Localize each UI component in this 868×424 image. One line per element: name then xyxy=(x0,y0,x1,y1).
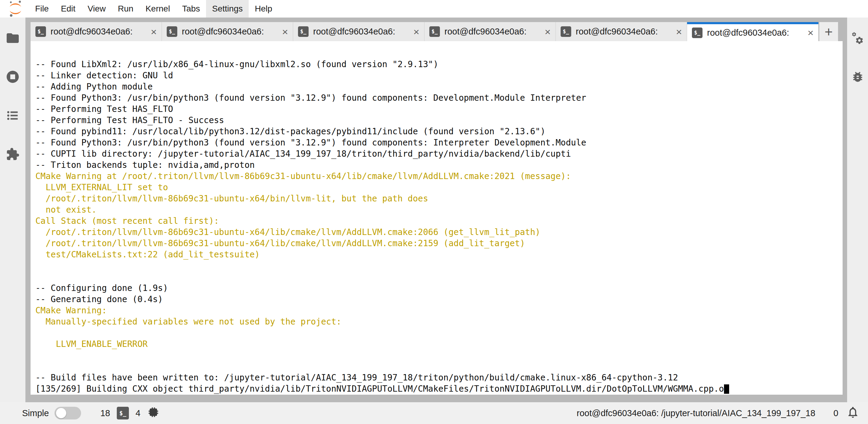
kernel-icon xyxy=(147,406,160,421)
close-icon[interactable]: × xyxy=(673,27,682,37)
terminal-line: -- Performing Test HAS_FLTO - Success xyxy=(35,115,843,126)
terminal-line: -- CUPTI lib directory: /jupyter-tutoria… xyxy=(35,148,843,159)
terminal-line xyxy=(35,327,843,338)
terminal-line: /root/.triton/llvm/llvm-86b69c31-ubuntu-… xyxy=(35,227,843,238)
terminal-line: CMake Warning at /root/.triton/llvm/llvm… xyxy=(35,170,843,182)
terminal-tab-6[interactable]: $_ root@dfc96034e0a6: × xyxy=(687,22,818,41)
terminal-line: /root/.triton/llvm/llvm-86b69c31-ubuntu-… xyxy=(35,238,843,249)
close-icon[interactable]: × xyxy=(279,27,288,37)
terminal-icon: $_ xyxy=(167,26,177,37)
terminal-count[interactable]: 18 xyxy=(100,408,110,418)
terminal-output[interactable]: -- Found LibXml2: /usr/lib/x86_64-linux-… xyxy=(31,41,843,395)
terminal-tab-4[interactable]: $_ root@dfc96034e0a6: × xyxy=(425,22,556,41)
terminal-line: /root/.triton/llvm/llvm-86b69c31-ubuntu-… xyxy=(35,193,843,204)
running-sessions-icon[interactable] xyxy=(5,70,20,84)
tab-bar: $_ root@dfc96034e0a6: × $_ root@dfc96034… xyxy=(31,22,843,41)
menu-item-help[interactable]: Help xyxy=(249,0,278,18)
notification-bell-icon[interactable] xyxy=(846,405,860,421)
menu-item-kernel[interactable]: Kernel xyxy=(140,0,176,18)
new-tab-button[interactable]: + xyxy=(819,22,838,41)
terminal-tab-2[interactable]: $_ root@dfc96034e0a6: × xyxy=(162,22,293,41)
terminal-line xyxy=(35,260,843,271)
terminal-line: Call Stack (most recent call first): xyxy=(35,215,843,227)
menu-item-view[interactable]: View xyxy=(82,0,112,18)
terminal-line: CMake Warning: xyxy=(35,305,843,316)
menu-item-run[interactable]: Run xyxy=(112,0,140,18)
simple-mode-toggle[interactable] xyxy=(55,407,81,420)
menu-item-edit[interactable]: Edit xyxy=(55,0,82,18)
terminal-line xyxy=(35,350,843,361)
debugger-icon[interactable] xyxy=(850,70,865,84)
terminal-tab-1[interactable]: $_ root@dfc96034e0a6: × xyxy=(31,22,162,41)
terminal-icon: $_ xyxy=(35,26,46,37)
tab-label: root@dfc96034e0a6: xyxy=(51,27,132,37)
close-icon[interactable]: × xyxy=(410,27,419,37)
terminal-icon: $_ xyxy=(117,407,129,420)
terminal-line: -- Found LibXml2: /usr/lib/x86_64-linux-… xyxy=(35,59,843,70)
tab-label: root@dfc96034e0a6: xyxy=(182,27,264,37)
extension-manager-icon[interactable] xyxy=(5,147,20,162)
terminal-line: -- Adding Python module xyxy=(35,81,843,92)
interface-mode-label: Simple xyxy=(22,408,49,418)
property-inspector-icon[interactable] xyxy=(850,31,865,46)
notification-count: 0 xyxy=(834,408,838,418)
terminal-icon: $_ xyxy=(429,26,440,37)
close-icon[interactable]: × xyxy=(541,27,551,37)
toggle-knob xyxy=(56,408,66,418)
terminal-line: -- Found Python3: /usr/bin/python3 (foun… xyxy=(35,92,843,103)
terminal-line: -- Configuring done (1.9s) xyxy=(35,283,843,294)
terminal-session-path[interactable]: root@dfc96034e0a6: /jupyter-tutorial/AIA… xyxy=(577,408,815,418)
status-bar: Simple 18 $_ 4 root@dfc96034e0a6: /jupyt… xyxy=(0,402,868,424)
terminal-line: test/CMakeLists.txt:22 (add_lit_testsuit… xyxy=(35,249,843,260)
file-browser-icon[interactable] xyxy=(5,31,20,45)
tab-label: root@dfc96034e0a6: xyxy=(707,28,789,38)
terminal-line xyxy=(35,361,843,372)
terminal-line: -- Found pybind11: /usr/local/lib/python… xyxy=(35,126,843,137)
kernel-count[interactable]: 4 xyxy=(135,408,141,418)
menu-item-tabs[interactable]: Tabs xyxy=(176,0,206,18)
menu-item-settings[interactable]: Settings xyxy=(206,0,249,18)
menu-item-file[interactable]: File xyxy=(29,0,55,18)
terminal-line: Manually-specified variables were not us… xyxy=(35,316,843,327)
terminal-line: -- Generating done (0.4s) xyxy=(35,294,843,305)
terminal-line: [135/269] Building CXX object third_part… xyxy=(35,383,843,394)
terminal-tab-3[interactable]: $_ root@dfc96034e0a6: × xyxy=(293,22,425,41)
tab-label: root@dfc96034e0a6: xyxy=(313,27,395,37)
terminal-icon: $_ xyxy=(692,28,703,38)
terminal-line: LLVM_ENABLE_WERROR xyxy=(35,338,843,350)
terminal-line: -- Build files have been written to: /ju… xyxy=(35,372,843,383)
terminal-line: LLVM_EXTERNAL_LIT set to xyxy=(35,182,843,193)
menu-bar: File Edit View Run Kernel Tabs Settings … xyxy=(0,0,868,18)
close-icon[interactable]: × xyxy=(804,28,813,38)
right-sidebar xyxy=(847,18,868,402)
table-of-contents-icon[interactable] xyxy=(5,108,20,123)
tab-label: root@dfc96034e0a6: xyxy=(444,27,526,37)
terminal-cursor xyxy=(724,384,729,394)
terminal-icon: $_ xyxy=(298,26,309,37)
close-icon[interactable]: × xyxy=(148,27,157,37)
terminal-line: -- Performing Test HAS_FLTO xyxy=(35,103,843,115)
terminal-tab-5[interactable]: $_ root@dfc96034e0a6: × xyxy=(556,22,687,41)
terminal-line: -- Linker detection: GNU ld xyxy=(35,70,843,81)
terminal-line: -- Found Python3: /usr/bin/python3 (foun… xyxy=(35,137,843,148)
terminal-line-text: [135/269] Building CXX object third_part… xyxy=(35,384,724,394)
dock-panel: $_ root@dfc96034e0a6: × $_ root@dfc96034… xyxy=(25,18,847,402)
terminal-icon: $_ xyxy=(561,26,571,37)
tab-label: root@dfc96034e0a6: xyxy=(576,27,658,37)
jupyter-logo-icon xyxy=(6,1,25,17)
left-sidebar xyxy=(0,18,25,402)
terminal-line: -- Triton backends tuple: nvidia,amd,pro… xyxy=(35,159,843,170)
terminal-line xyxy=(35,271,843,283)
terminal-line: not exist. xyxy=(35,204,843,215)
